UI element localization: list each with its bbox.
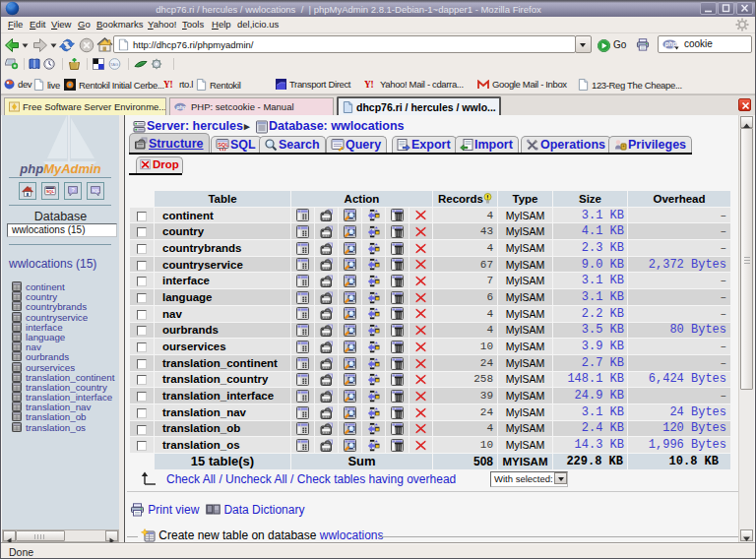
svg-text:Y!: Y! — [163, 80, 173, 90]
svg-text:php: php — [664, 40, 677, 48]
svg-text:Y!: Y! — [364, 80, 374, 90]
svg-text:php: php — [175, 104, 187, 110]
svg-text:TAG: TAG — [110, 62, 118, 67]
